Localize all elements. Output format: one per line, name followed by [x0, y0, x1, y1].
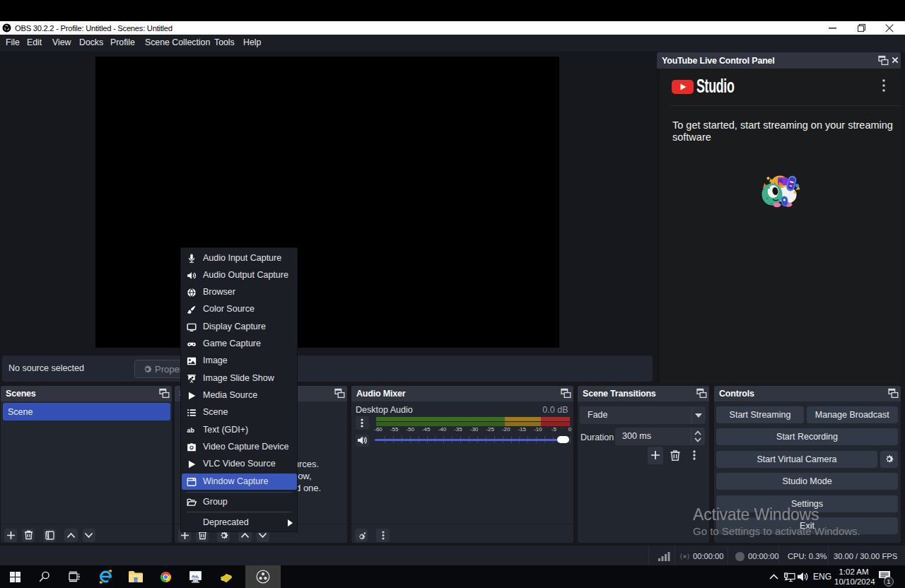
- svg-text:ab: ab: [187, 426, 194, 433]
